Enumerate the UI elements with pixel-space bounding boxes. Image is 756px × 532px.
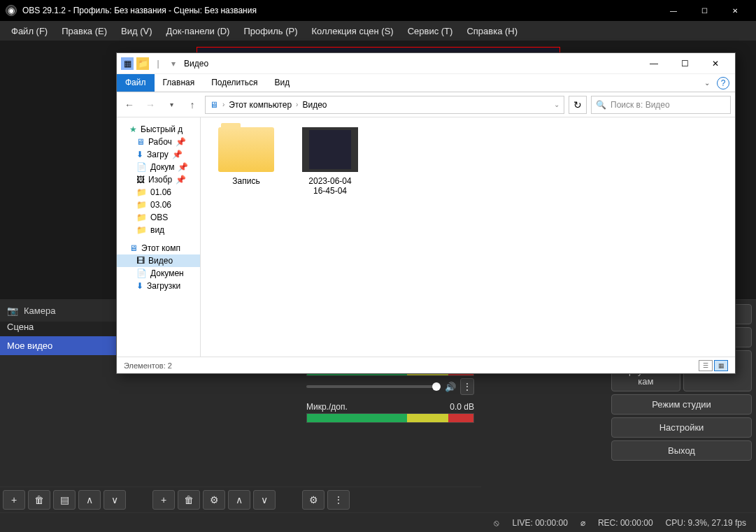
obs-titlebar: ◉ OBS 29.1.2 - Профиль: Без названия - С…	[0, 0, 756, 21]
breadcrumb[interactable]: 🖥 › Этот компьютер › Видео ⌄	[205, 96, 564, 114]
nav-this-pc[interactable]: 🖥Этот комп	[117, 242, 200, 254]
view-details-button[interactable]: ☰	[699, 360, 713, 371]
explorer-titlebar[interactable]: ▦ 📁 | ▾ Видео — ☐ ✕	[117, 53, 735, 74]
explorer-minimize-button[interactable]: —	[639, 54, 669, 73]
network-icon: ⦸	[494, 518, 499, 528]
content-pane[interactable]: Запись 2023-06-04 16-45-04	[201, 117, 735, 357]
nav-videos-selected[interactable]: 🎞Видео	[117, 254, 200, 267]
nav-folder-0306[interactable]: 📁03.06	[117, 199, 200, 211]
help-icon[interactable]: ?	[717, 77, 729, 89]
nav-downloads[interactable]: ⬇Загру📌	[117, 148, 200, 161]
scene-add-button[interactable]: +	[3, 490, 25, 510]
search-icon: 🔍	[596, 100, 606, 110]
path-dropdown-icon[interactable]: ⌄	[554, 101, 559, 108]
refresh-button[interactable]: ↻	[569, 96, 587, 114]
folder-icon: 📁	[136, 57, 149, 70]
source-add-button[interactable]: +	[152, 490, 175, 510]
nav-desktop[interactable]: 🖥Рабоч📌	[117, 136, 200, 148]
menu-view[interactable]: Вид (V)	[114, 23, 159, 39]
mixer-slider[interactable]	[306, 385, 441, 388]
status-rec: REC: 00:00:00	[598, 518, 653, 528]
nav-downloads-2[interactable]: ⬇Загрузки	[117, 280, 200, 292]
nav-pane[interactable]: ★Быстрый д 🖥Рабоч📌 ⬇Загру📌 📄Докум📌 🖼Изоб…	[117, 117, 201, 357]
maximize-button[interactable]: ☐	[689, 0, 720, 21]
scene-filter-button[interactable]: ▤	[53, 490, 76, 510]
explorer-window: ▦ 📁 | ▾ Видео — ☐ ✕ Файл Главная Поделит…	[116, 52, 736, 374]
nav-pictures[interactable]: 🖼Изобр📌	[117, 173, 200, 186]
camera-dock: 📷 Камера	[0, 299, 119, 322]
video-library-icon: ▦	[121, 57, 134, 70]
status-live: LIVE: 00:00:00	[512, 518, 567, 528]
item-count: Элементов: 2	[124, 361, 172, 370]
scene-up-button[interactable]: ∧	[78, 490, 101, 510]
nav-documents[interactable]: 📄Докум📌	[117, 161, 200, 173]
pc-icon: 🖥	[210, 100, 218, 110]
view-icons-button[interactable]: ▦	[714, 360, 728, 371]
video-name-1: 2023-06-04	[299, 176, 362, 186]
obs-menubar: Файл (F) Правка (E) Вид (V) Док-панели (…	[0, 21, 756, 41]
nav-folder-obs[interactable]: 📁OBS	[117, 211, 200, 224]
mixer-track-mic: Микр./доп.0.0 dB	[306, 402, 474, 423]
close-button[interactable]: ✕	[720, 0, 750, 21]
breadcrumb-computer[interactable]: Этот компьютер	[229, 100, 292, 110]
mixer-more-button[interactable]: ⋮	[327, 490, 350, 510]
camera-label: Камера	[24, 305, 55, 316]
camera-icon: 📷	[7, 305, 18, 316]
folder-thumb-icon	[218, 127, 274, 172]
path-bar: ← → ▾ ↑ 🖥 › Этот компьютер › Видео ⌄ ↻ 🔍…	[117, 92, 735, 117]
ribbon-share-tab[interactable]: Поделиться	[203, 74, 266, 92]
ribbon-view-tab[interactable]: Вид	[266, 74, 298, 92]
source-remove-button[interactable]: 🗑	[178, 490, 200, 510]
scene-remove-button[interactable]: 🗑	[28, 490, 50, 510]
menu-profile[interactable]: Профиль (P)	[236, 23, 304, 39]
studio-mode-button[interactable]: Режим студии	[611, 394, 752, 415]
video-thumb-icon	[302, 127, 358, 172]
menu-docks[interactable]: Док-панели (D)	[159, 23, 237, 39]
obs-logo-icon: ◉	[6, 5, 17, 16]
nav-folder-vid[interactable]: 📁вид	[117, 224, 200, 236]
folder-name: Запись	[215, 176, 278, 186]
video-item[interactable]: 2023-06-04 16-45-04	[299, 127, 362, 196]
ribbon-expand-icon[interactable]: ⌄	[704, 79, 710, 87]
ribbon-tabs: Файл Главная Поделиться Вид ⌄ ?	[117, 74, 735, 92]
status-cpu: CPU: 9.3%, 27.19 fps	[666, 518, 746, 528]
nav-forward-button[interactable]: →	[142, 96, 159, 113]
minimize-button[interactable]: —	[658, 0, 689, 21]
exit-button[interactable]: Выход	[611, 440, 752, 461]
nav-quick-access[interactable]: ★Быстрый д	[117, 123, 200, 136]
nav-up-button[interactable]: ↑	[184, 96, 201, 113]
mixer-menu-button[interactable]: ⋮	[460, 378, 474, 395]
menu-edit[interactable]: Правка (E)	[55, 23, 114, 39]
explorer-title: Видео	[184, 59, 208, 69]
source-properties-button[interactable]: ⚙	[203, 490, 225, 510]
video-name-2: 16-45-04	[299, 186, 362, 196]
explorer-close-button[interactable]: ✕	[700, 54, 731, 73]
obs-title: OBS 29.1.2 - Профиль: Без названия - Сце…	[22, 6, 257, 15]
divider-icon: |	[152, 57, 164, 70]
ribbon-file-tab[interactable]: Файл	[117, 74, 155, 92]
menu-scene-collection[interactable]: Коллекция сцен (S)	[305, 23, 401, 39]
scene-down-button[interactable]: ∨	[104, 490, 126, 510]
dropdown-icon[interactable]: ▾	[167, 57, 180, 70]
speaker-icon[interactable]: 🔊	[445, 382, 456, 392]
explorer-maximize-button[interactable]: ☐	[669, 54, 700, 73]
breadcrumb-videos[interactable]: Видео	[302, 100, 327, 110]
settings-button[interactable]: Настройки	[611, 417, 752, 438]
menu-service[interactable]: Сервис (T)	[401, 23, 460, 39]
explorer-statusbar: Элементов: 2 ☰ ▦	[117, 357, 735, 373]
nav-back-button[interactable]: ←	[121, 96, 138, 113]
source-down-button[interactable]: ∨	[253, 490, 276, 510]
nav-documents-2[interactable]: 📄Докумен	[117, 267, 200, 280]
nav-history-button[interactable]: ▾	[163, 96, 180, 113]
folder-item[interactable]: Запись	[215, 127, 278, 186]
disk-icon: ⌀	[580, 518, 585, 528]
mixer-settings-button[interactable]: ⚙	[302, 490, 324, 510]
nav-folder-0106[interactable]: 📁01.06	[117, 186, 200, 199]
ribbon-home-tab[interactable]: Главная	[155, 74, 204, 92]
status-bar: ⦸ LIVE: 00:00:00 ⌀ REC: 00:00:00 CPU: 9.…	[0, 512, 756, 532]
search-input[interactable]: 🔍 Поиск в: Видео	[591, 96, 731, 114]
source-up-button[interactable]: ∧	[228, 490, 250, 510]
menu-help[interactable]: Справка (H)	[459, 23, 525, 39]
menu-file[interactable]: Файл (F)	[4, 23, 55, 39]
mixer-meter	[306, 413, 474, 423]
